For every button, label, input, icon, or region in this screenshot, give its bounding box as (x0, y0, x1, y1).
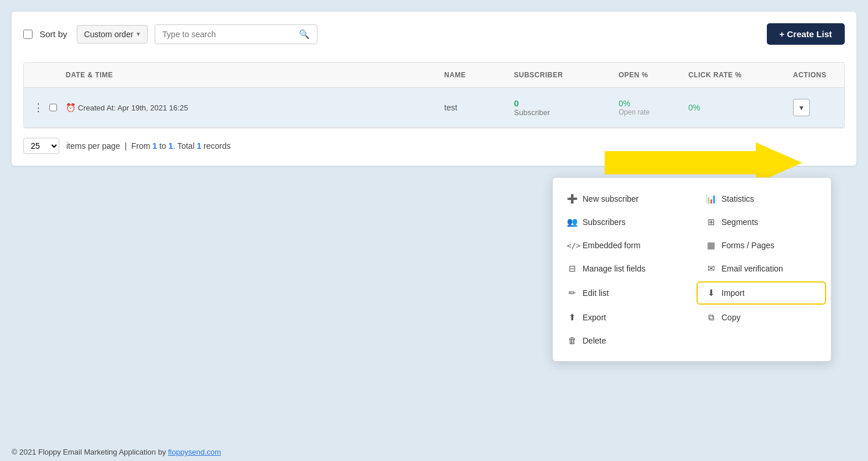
segments-icon: ⊞ (706, 217, 716, 227)
code-icon: </> (567, 241, 577, 250)
header-date: DATE & TIME (59, 69, 437, 81)
list-fields-icon: ⊟ (567, 263, 577, 274)
menu-item-copy[interactable]: ⧉ Copy (692, 306, 831, 329)
context-menu-grid: ➕ New subscriber 📊 Statistics 👥 Subscrib… (553, 187, 831, 352)
per-page-select[interactable]: 25 50 100 (23, 138, 59, 154)
search-box: 🔍 (155, 24, 317, 44)
menu-item-new-subscriber[interactable]: ➕ New subscriber (553, 187, 692, 210)
footer: © 2021 Floppy Email Marketing Applicatio… (0, 443, 868, 461)
row-click-rate: 0% (681, 101, 786, 115)
plus-icon: ➕ (567, 194, 577, 204)
sort-dropdown[interactable]: Custom order ▾ (77, 25, 148, 44)
header-name: NAME (437, 69, 507, 81)
clock-icon: ⏰ (66, 103, 76, 112)
import-icon: ⬇ (706, 288, 716, 298)
row-subscriber: 0 Subscriber (507, 96, 612, 119)
menu-item-export[interactable]: ⬆ Export (553, 306, 692, 329)
header-select (24, 69, 59, 81)
table-header: DATE & TIME NAME SUBSCRIBER OPEN % CLICK… (24, 63, 844, 88)
kebab-menu-icon[interactable]: ⋮ (31, 100, 46, 115)
select-all-checkbox[interactable] (23, 30, 33, 39)
select-all-checkbox-wrap[interactable] (23, 30, 33, 39)
export-icon: ⬆ (567, 312, 577, 323)
row-name: test (437, 101, 507, 115)
header-click: CLICK RATE % (681, 69, 786, 81)
footer-text: © 2021 Floppy Email Marketing Applicatio… (12, 448, 168, 456)
delete-icon: 🗑 (567, 335, 577, 345)
edit-icon: ✏ (567, 288, 577, 298)
row-dropdown-button[interactable]: ▾ (793, 99, 810, 116)
menu-item-statistics[interactable]: 📊 Statistics (692, 187, 831, 210)
menu-item-import[interactable]: ⬇ Import (696, 281, 826, 305)
subscribers-icon: 👥 (567, 217, 577, 227)
create-list-button[interactable]: + Create List (767, 23, 845, 45)
list-table: DATE & TIME NAME SUBSCRIBER OPEN % CLICK… (23, 62, 845, 128)
row-actions-right: ▾ (786, 97, 844, 119)
chevron-down-icon: ▾ (137, 30, 140, 38)
sort-label: Sort by (40, 29, 67, 39)
subscriber-count: 0 (514, 98, 605, 108)
menu-item-delete[interactable]: 🗑 Delete (553, 329, 692, 352)
pagination-row: 25 50 100 items per page | From 1 to 1. … (23, 138, 845, 154)
context-menu: ➕ New subscriber 📊 Statistics 👥 Subscrib… (552, 177, 831, 362)
statistics-icon: 📊 (706, 194, 716, 204)
table-row: ⋮ ⏰ Created At: Apr 19th, 2021 16:25 tes… (24, 88, 844, 128)
row-checkbox[interactable] (49, 103, 57, 112)
header-subscriber: SUBSCRIBER (507, 69, 612, 81)
menu-item-forms-pages[interactable]: ▦ Forms / Pages (692, 234, 831, 257)
row-date: ⏰ Created At: Apr 19th, 2021 16:25 (59, 101, 437, 115)
open-rate-label: Open rate (619, 108, 674, 116)
header-open: OPEN % (612, 69, 681, 81)
row-open-rate: 0% Open rate (612, 97, 681, 119)
pagination-text: items per page | From 1 to 1. Total 1 re… (66, 141, 231, 151)
menu-item-edit-list[interactable]: ✏ Edit list (553, 280, 692, 306)
search-icon: 🔍 (299, 29, 310, 40)
email-icon: ✉ (706, 263, 716, 274)
menu-item-email-verification[interactable]: ✉ Email verification (692, 257, 831, 280)
forms-icon: ▦ (706, 240, 716, 251)
menu-item-embedded-form[interactable]: </> Embedded form (553, 234, 692, 257)
sort-value: Custom order (84, 30, 134, 39)
menu-item-subscribers[interactable]: 👥 Subscribers (553, 210, 692, 234)
row-actions-left: ⋮ (24, 98, 59, 117)
toolbar: Sort by Custom order ▾ 🔍 + Create List (23, 23, 845, 45)
row-actions-group: ⋮ (31, 100, 52, 115)
footer-link[interactable]: floppysend.com (168, 448, 221, 456)
menu-item-manage-list-fields[interactable]: ⊟ Manage list fields (553, 257, 692, 280)
main-card: Sort by Custom order ▾ 🔍 + Create List D… (12, 12, 856, 166)
header-actions: ACTIONS (786, 69, 844, 81)
subscriber-label: Subscriber (514, 108, 605, 117)
menu-item-segments[interactable]: ⊞ Segments (692, 210, 831, 234)
copy-icon: ⧉ (706, 312, 716, 323)
search-input[interactable] (162, 30, 294, 39)
